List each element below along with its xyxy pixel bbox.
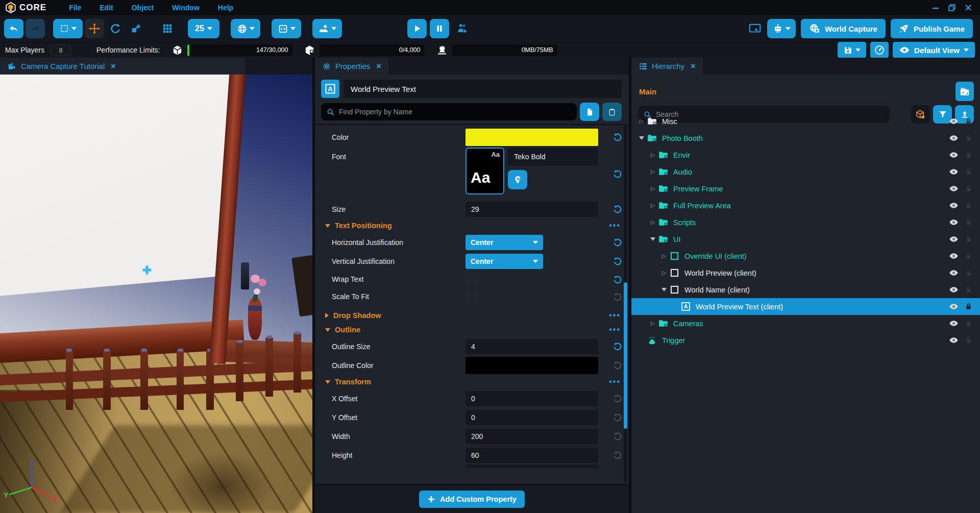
visibility-eye-icon[interactable]	[949, 285, 959, 295]
hierarchy-tab-close[interactable]: ×	[691, 62, 695, 71]
height-field[interactable]	[465, 448, 598, 463]
hj-reset-button[interactable]	[610, 237, 624, 247]
visibility-eye-icon[interactable]	[949, 201, 959, 210]
menu-window[interactable]: Window	[163, 4, 209, 12]
lock-icon[interactable]	[964, 218, 973, 227]
tree-row-ui[interactable]: UI	[631, 231, 980, 248]
font-name-field[interactable]: Teko Bold	[508, 148, 598, 166]
tree-expand-arrow[interactable]: ▷	[659, 253, 669, 259]
outline-size-reset-button[interactable]	[610, 341, 624, 351]
tree-row-envir[interactable]: ▷Envir	[631, 146, 980, 163]
tree-row-world-name-client[interactable]: World Name (client)	[631, 281, 980, 298]
tree-row-world-preview-client[interactable]: ▷World Preview (client)	[631, 264, 980, 281]
pause-button[interactable]	[430, 19, 449, 38]
visibility-eye-icon[interactable]	[949, 150, 959, 160]
visibility-eye-icon[interactable]	[949, 302, 959, 311]
lock-icon[interactable]	[964, 319, 973, 328]
bot-tools-dropdown[interactable]	[767, 19, 796, 38]
find-font-asset-button[interactable]	[508, 170, 527, 189]
default-view-dropdown[interactable]: Default View	[893, 41, 975, 59]
outline-color-swatch[interactable]	[465, 357, 598, 374]
section-outline[interactable]: Outline •••	[315, 323, 629, 337]
tree-row-world-preview-text-client[interactable]: AWorld Preview Text (client)	[631, 298, 980, 315]
lock-icon[interactable]	[964, 235, 973, 243]
hj-dropdown[interactable]: Center	[465, 235, 543, 250]
tree-row-photo-booth[interactable]: Photo Booth	[631, 130, 980, 146]
publish-game-button[interactable]: Publish Game	[891, 19, 973, 38]
tree-expand-arrow[interactable]	[648, 237, 658, 241]
add-custom-property-button[interactable]: Add Custom Property	[419, 491, 525, 508]
tree-row-audio[interactable]: ▷Audio	[631, 163, 980, 180]
preview-mode-dropdown[interactable]	[272, 19, 301, 38]
scrollbar-thumb[interactable]	[624, 282, 627, 429]
lock-icon[interactable]	[964, 268, 973, 277]
tree-expand-arrow[interactable]: ▷	[659, 270, 669, 276]
tree-row-trigger[interactable]: Trigger	[631, 332, 980, 349]
font-preview-swatch[interactable]: Aa Aa	[465, 148, 504, 194]
3d-viewport[interactable]: Z Y X	[0, 75, 312, 513]
minimize-icon[interactable]	[932, 4, 939, 11]
close-icon[interactable]	[965, 4, 972, 11]
outline-size-field[interactable]	[465, 339, 598, 354]
rotate-tool-button[interactable]	[106, 19, 125, 38]
tab-hierarchy[interactable]: Hierarchy ×	[631, 58, 703, 75]
visibility-eye-icon[interactable]	[949, 167, 959, 177]
size-field[interactable]	[465, 202, 598, 217]
visibility-eye-icon[interactable]	[949, 251, 959, 261]
lock-icon[interactable]	[964, 285, 973, 294]
tree-expand-arrow[interactable]: ▷	[648, 202, 658, 209]
x-offset-reset-button[interactable]	[610, 394, 624, 403]
move-tool-button[interactable]	[85, 19, 104, 38]
size-reset-button[interactable]	[610, 204, 624, 214]
vj-dropdown[interactable]: Center	[465, 254, 543, 269]
property-search[interactable]	[321, 103, 577, 120]
wrap-text-checkbox[interactable]	[465, 273, 479, 286]
restore-icon[interactable]	[948, 4, 955, 11]
visibility-eye-icon[interactable]	[949, 234, 959, 244]
tab-properties[interactable]: Properties ×	[315, 58, 388, 75]
tree-expand-arrow[interactable]: ▷	[648, 219, 658, 226]
section-menu-icon[interactable]: •••	[609, 221, 621, 230]
object-name-field[interactable]	[344, 80, 622, 98]
width-reset-button[interactable]	[610, 431, 624, 441]
lock-icon[interactable]	[964, 302, 973, 311]
vj-reset-button[interactable]	[610, 256, 624, 266]
copy-properties-button[interactable]	[580, 103, 599, 121]
visibility-eye-icon[interactable]	[949, 133, 959, 143]
scale-to-fit-reset-button[interactable]	[610, 292, 624, 302]
property-search-input[interactable]	[339, 108, 572, 116]
paste-properties-button[interactable]	[602, 103, 622, 121]
tab-camera-capture-tutorial[interactable]: Camera Capture Tutorial ×	[0, 58, 245, 75]
lock-icon[interactable]	[964, 184, 973, 193]
visibility-eye-icon[interactable]	[949, 184, 959, 193]
redo-button[interactable]	[26, 19, 45, 38]
world-capture-button[interactable]: World Capture	[801, 19, 886, 38]
section-menu-icon[interactable]: •••	[609, 325, 621, 334]
y-offset-field[interactable]	[465, 410, 598, 425]
lock-icon[interactable]	[964, 134, 973, 142]
viewport-tab-close[interactable]: ×	[111, 62, 115, 71]
menu-file[interactable]: File	[60, 4, 90, 12]
section-transform[interactable]: Transform •••	[315, 375, 629, 389]
save-dropdown[interactable]	[838, 41, 866, 59]
world-settings-dropdown[interactable]	[231, 19, 260, 38]
lock-icon[interactable]	[964, 201, 973, 210]
tree-expand-arrow[interactable]	[659, 288, 669, 291]
color-reset-button[interactable]	[610, 132, 624, 142]
max-players-field[interactable]: 8	[51, 44, 71, 56]
x-offset-field[interactable]	[465, 391, 598, 406]
y-offset-reset-button[interactable]	[610, 412, 624, 422]
grid-snap-button[interactable]	[158, 19, 177, 38]
screen-share-icon[interactable]	[748, 22, 762, 35]
hierarchy-tree[interactable]: ▷MiscPhoto Booth▷Envir▷Audio▷Preview Fra…	[631, 113, 980, 513]
lock-icon[interactable]	[964, 167, 973, 176]
properties-scrollbar[interactable]	[624, 125, 627, 482]
scale-tool-button[interactable]	[127, 19, 145, 38]
section-menu-icon[interactable]: •••	[609, 377, 621, 386]
terrain-dropdown[interactable]	[312, 19, 342, 38]
tree-expand-arrow[interactable]	[636, 136, 647, 140]
outline-color-reset-button[interactable]	[610, 360, 624, 370]
visibility-eye-icon[interactable]	[949, 217, 959, 227]
lock-icon[interactable]	[964, 252, 973, 260]
tree-row-cameras[interactable]: ▷Cameras	[631, 315, 980, 332]
